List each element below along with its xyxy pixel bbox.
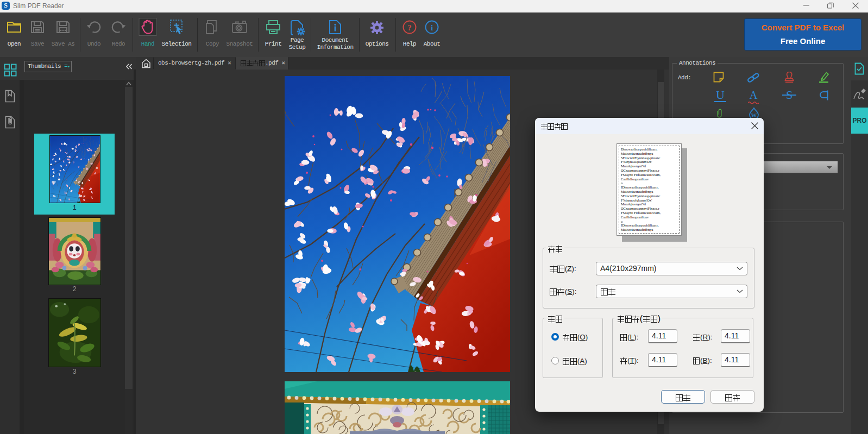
svg-text:i: i — [431, 23, 433, 32]
svg-text:?: ? — [407, 23, 412, 32]
